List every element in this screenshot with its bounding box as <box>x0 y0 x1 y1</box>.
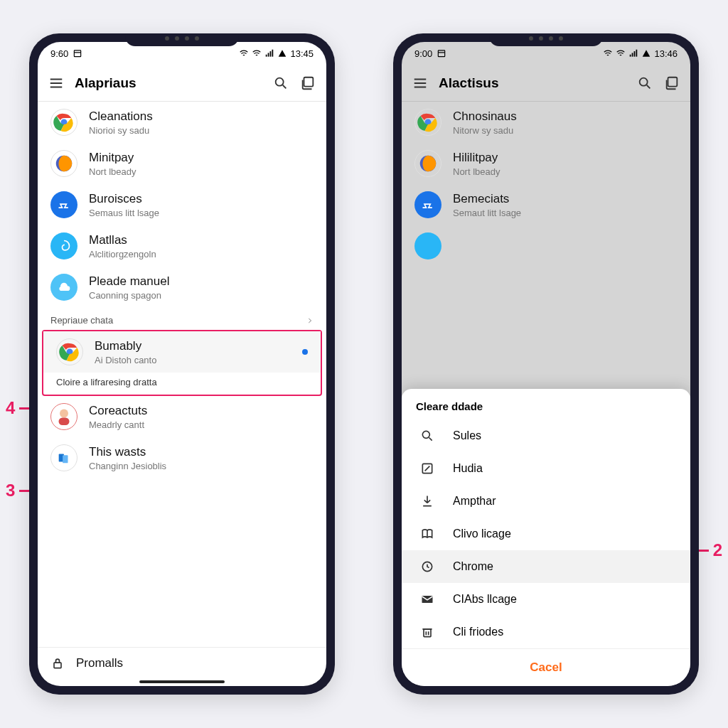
cloud-icon <box>50 274 77 301</box>
sheet-title: Cleare ddade <box>402 400 690 419</box>
sheet-label: CIAbs llcage <box>453 593 517 606</box>
tabs-button[interactable] <box>299 75 316 92</box>
chrome-icon <box>56 338 83 365</box>
status-bar: 9:60 13:45 <box>38 42 326 65</box>
sheet-option[interactable]: CIAbs llcage <box>402 583 690 616</box>
search-icon <box>637 75 653 91</box>
svg-point-28 <box>422 431 429 438</box>
item-sub: Nitorw sy sadu <box>453 125 517 136</box>
item-title: Pleade manuel <box>89 274 169 289</box>
tabs-button[interactable] <box>663 75 680 92</box>
svg-rect-25 <box>668 77 678 86</box>
wifi-icon <box>239 48 249 58</box>
menu-button[interactable] <box>48 75 65 92</box>
signal-icon <box>264 48 274 58</box>
sheet-cancel-button[interactable]: Cacel <box>402 648 690 686</box>
screen: 9:00 13:46 Alactisus <box>402 42 690 686</box>
swirl-icon <box>414 232 441 259</box>
item-sub: Caonning spagon <box>89 290 169 301</box>
svg-point-23 <box>640 77 648 85</box>
menu-icon <box>48 75 64 91</box>
menu-button[interactable] <box>412 75 429 92</box>
calendar-icon <box>73 48 82 58</box>
lock-icon <box>50 656 65 670</box>
search-button[interactable] <box>636 75 653 92</box>
tool-icon <box>414 191 441 218</box>
phone-right: 9:00 13:46 Alactisus <box>393 33 699 695</box>
svg-rect-5 <box>272 50 274 57</box>
battery-icon <box>641 48 651 58</box>
clock-icon <box>420 560 434 574</box>
svg-rect-13 <box>59 418 70 426</box>
search-icon <box>273 75 289 91</box>
calendar-icon <box>437 48 446 58</box>
app-list[interactable]: CleanationsNiorioi sy sadu MinitpayNort … <box>38 102 326 658</box>
bottom-label: Promalls <box>76 656 123 670</box>
item-title: Minitpay <box>89 151 136 165</box>
svg-line-24 <box>647 85 651 88</box>
svg-rect-21 <box>634 51 636 57</box>
tabs-icon <box>664 75 680 91</box>
sheet-option[interactable]: Ampthar <box>402 485 690 518</box>
item-sub: Niorioi sy sadu <box>89 125 153 136</box>
list-item-highlighted[interactable]: BumablyAi Distoh canto <box>43 331 321 373</box>
svg-line-7 <box>283 85 287 88</box>
svg-rect-19 <box>630 55 631 57</box>
svg-rect-17 <box>439 50 445 57</box>
list-item: HililitpayNort lbeady <box>402 143 690 184</box>
firefox-icon <box>414 150 441 177</box>
svg-rect-15 <box>63 455 68 463</box>
book-icon <box>420 527 434 541</box>
list-item[interactable]: MinitpayNort lbeady <box>38 143 326 184</box>
svg-rect-3 <box>268 53 269 56</box>
tool-icon <box>50 191 77 218</box>
bottom-bar[interactable]: Promalls <box>38 647 326 679</box>
list-item[interactable]: This wastsChanginn Jesioblis <box>38 437 326 478</box>
sheet-label: Cli friodes <box>453 626 503 638</box>
status-clock: 13:45 <box>290 48 314 59</box>
section-header[interactable]: Repriaue chata <box>38 308 326 330</box>
status-bar: 9:00 13:46 <box>402 42 690 65</box>
sheet-option-selected[interactable]: Chrome <box>402 550 690 583</box>
svg-line-29 <box>429 438 432 441</box>
callout-label-4: 4 <box>6 398 15 418</box>
item-title: Bumably <box>95 339 291 353</box>
sheet-option[interactable]: Clivo licage <box>402 518 690 550</box>
list-item[interactable]: Pleade manuelCaonning spagon <box>38 267 326 308</box>
list-item: ChnosinausNitorw sy sadu <box>402 102 690 143</box>
svg-point-12 <box>60 410 68 418</box>
list-item[interactable]: CoreactutsMeadrly cantt <box>38 396 326 437</box>
signal-icon <box>628 48 638 58</box>
swirl-icon <box>50 232 77 259</box>
tabs-icon <box>300 75 316 91</box>
screen: 9:60 13:45 Alapriaus <box>38 42 326 686</box>
sheet-option[interactable]: Cli friodes <box>402 616 690 648</box>
home-indicator[interactable] <box>139 680 225 683</box>
trash-icon <box>420 625 434 639</box>
list-item[interactable]: MatllasAlclitiorgzengoln <box>38 225 326 267</box>
battery-icon <box>277 48 287 58</box>
sheet-label: Chrome <box>453 560 493 573</box>
page-title: Alapriaus <box>75 75 262 91</box>
search-button[interactable] <box>272 75 289 92</box>
sheet-option[interactable]: Sules <box>402 419 690 452</box>
item-title: Matllas <box>89 233 156 247</box>
list-item: BemeciatsSemaut litt lsage <box>402 184 690 225</box>
item-title: Bemeciats <box>453 192 521 206</box>
list-item[interactable]: CleanationsNiorioi sy sadu <box>38 102 326 143</box>
item-sub: Nort lbeady <box>89 166 136 177</box>
svg-point-6 <box>276 77 284 85</box>
list-item[interactable]: BuroiscesSemaus litt lsage <box>38 184 326 225</box>
item-title: Coreactuts <box>89 404 147 418</box>
svg-rect-0 <box>75 50 81 57</box>
search-icon <box>420 429 434 443</box>
item-title: Cleanations <box>89 109 153 124</box>
mail-icon <box>420 592 434 606</box>
highlighted-section: BumablyAi Distoh canto Cloire a lifrares… <box>42 330 322 396</box>
bottom-sheet: Cleare ddade Sules Hudia Ampthar Clivo l… <box>402 389 690 686</box>
app-header: Alapriaus <box>38 65 326 102</box>
item-sub: Meadrly cantt <box>89 419 147 430</box>
item-sub: Semaut litt lsage <box>453 208 521 218</box>
sheet-option[interactable]: Hudia <box>402 452 690 485</box>
svg-rect-8 <box>304 77 314 86</box>
